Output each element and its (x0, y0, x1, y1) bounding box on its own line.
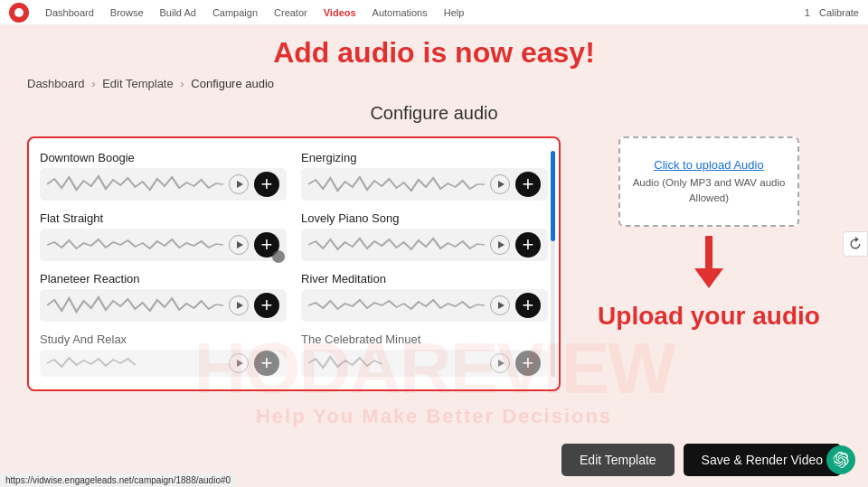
audio-name: Energizing (301, 151, 548, 164)
breadcrumb: Dashboard › Edit Template › Configure au… (27, 77, 841, 90)
edit-template-button[interactable]: Edit Template (561, 444, 675, 476)
audio-item-celebrated: The Celebrated Minuet + (301, 332, 548, 377)
page-title: Configure audio (27, 103, 841, 124)
audio-panel: Downtown Boogie + Energizing (27, 136, 561, 391)
play-button[interactable] (229, 295, 249, 315)
add-button[interactable]: + (515, 351, 541, 376)
audio-controls: + (301, 289, 548, 322)
waveform (47, 351, 223, 376)
audio-controls: + (40, 229, 287, 261)
add-button[interactable]: + (515, 172, 541, 197)
breadcrumb-current: Configure audio (191, 77, 274, 90)
arrow-stem (705, 236, 712, 268)
audio-item-study: Study And Relax + (40, 332, 287, 377)
audio-name: River Meditation (301, 272, 548, 286)
waveform (308, 293, 485, 318)
play-button[interactable] (490, 353, 510, 373)
nav-calibrate[interactable]: Calibrate (819, 7, 859, 18)
audio-controls: + (40, 289, 287, 322)
audio-name: Flat Straight (40, 211, 287, 225)
breadcrumb-edit-template[interactable]: Edit Template (102, 77, 174, 90)
scrollbar[interactable] (551, 151, 555, 377)
audio-controls: + (301, 350, 548, 377)
waveform (308, 351, 485, 376)
scroll-thumb (551, 151, 555, 241)
breadcrumb-dashboard[interactable]: Dashboard (27, 77, 85, 90)
add-button[interactable]: + (254, 172, 279, 197)
nav-dashboard[interactable]: Dashboard (45, 7, 94, 18)
upload-panel: Click to upload Audio Audio (Only MP3 an… (577, 136, 841, 332)
waveform (47, 232, 223, 258)
content-layout: Downtown Boogie + Energizing (27, 136, 841, 391)
nav-videos[interactable]: Videos (324, 7, 356, 18)
audio-item-planeteer: Planeteer Reaction + (40, 272, 287, 322)
waveform (308, 232, 485, 258)
audio-item-river: River Meditation + (301, 272, 548, 322)
main-content: Add audio is now easy! Dashboard › Edit … (0, 25, 868, 402)
add-button[interactable]: + (515, 293, 541, 318)
waveform (308, 172, 485, 197)
svg-point-0 (14, 8, 24, 17)
arrow-head (694, 268, 723, 288)
add-button[interactable]: + (254, 351, 279, 376)
audio-item-energizing: Energizing + (301, 151, 548, 201)
upload-link[interactable]: Click to upload Audio (654, 158, 763, 172)
nav-campaign[interactable]: Campaign (212, 7, 258, 18)
nav-automations[interactable]: Automations (373, 7, 428, 18)
audio-controls: + (301, 168, 548, 201)
chatgpt-icon[interactable] (826, 445, 855, 474)
refresh-icon[interactable] (843, 231, 868, 257)
upload-arrow-container (694, 236, 723, 288)
waveform (47, 172, 223, 197)
play-button[interactable] (229, 353, 249, 373)
nav-right: 1 Calibrate (805, 7, 859, 18)
audio-item-downtown-boogie: Downtown Boogie + (40, 151, 287, 201)
audio-grid: Downtown Boogie + Energizing (40, 151, 548, 377)
play-button[interactable] (490, 174, 510, 194)
play-button[interactable] (490, 235, 510, 255)
audio-name: Lovely Piano Song (301, 211, 548, 225)
audio-name: Downtown Boogie (40, 151, 287, 164)
audio-controls: + (40, 168, 287, 201)
audio-name: Planeteer Reaction (40, 272, 287, 286)
audio-name: The Celebrated Minuet (301, 332, 548, 346)
nav-creator[interactable]: Creator (274, 7, 307, 18)
audio-controls: + (301, 229, 548, 261)
upload-label: Upload your audio (598, 301, 820, 332)
audio-name: Study And Relax (40, 332, 287, 346)
add-button-active[interactable]: + (254, 232, 279, 258)
audio-item-flat-straight: Flat Straight + (40, 211, 287, 261)
upload-sub: Audio (Only MP3 and WAV audio Allowed) (629, 175, 788, 204)
nav-user[interactable]: 1 (805, 7, 810, 18)
play-button[interactable] (229, 174, 249, 194)
nav-browse[interactable]: Browse (110, 7, 144, 18)
add-button[interactable]: + (515, 232, 541, 258)
add-button[interactable]: + (254, 293, 279, 318)
save-render-button[interactable]: Save & Render Video (684, 444, 841, 476)
breadcrumb-sep2: › (180, 77, 187, 90)
url-bar: https://vidwise.engageleads.net/campaign… (0, 473, 236, 487)
audio-item-lovely-piano: Lovely Piano Song + (301, 211, 548, 261)
nav-build-ad[interactable]: Build Ad (160, 7, 196, 18)
watermark-bottom: Help You Make Better Decisions (0, 405, 868, 428)
audio-controls: + (40, 350, 287, 377)
upload-box[interactable]: Click to upload Audio Audio (Only MP3 an… (618, 136, 799, 227)
breadcrumb-sep1: › (91, 77, 99, 90)
waveform (47, 293, 223, 318)
nav-help[interactable]: Help (444, 7, 465, 18)
play-button[interactable] (490, 295, 510, 315)
logo[interactable] (9, 3, 29, 23)
top-nav: Dashboard Browse Build Ad Campaign Creat… (0, 0, 868, 25)
headline: Add audio is now easy! (27, 36, 841, 70)
play-button[interactable] (229, 235, 249, 255)
